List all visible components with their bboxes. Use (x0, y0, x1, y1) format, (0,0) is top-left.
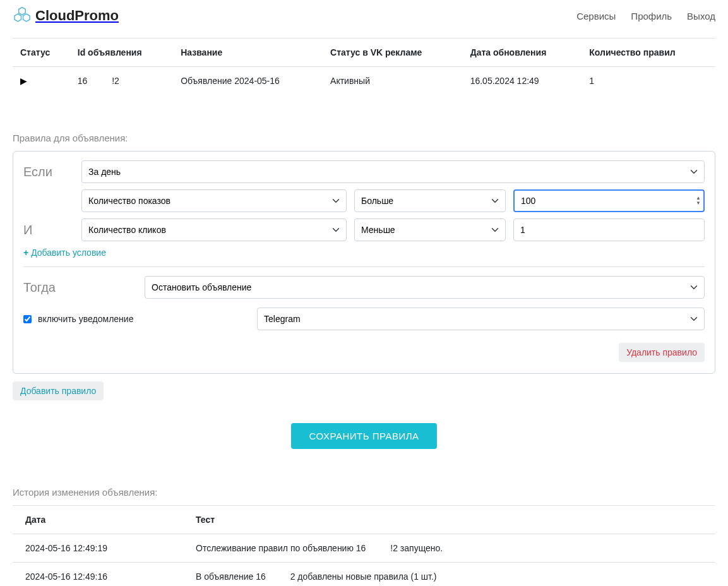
nav-logout[interactable]: Выход (687, 11, 715, 21)
add-condition-link[interactable]: + Добавить условие (23, 248, 106, 258)
plus-icon: + (23, 248, 28, 258)
navbar: CloudPromo Сервисы Профиль Выход (0, 0, 728, 32)
spinner-icon[interactable]: ▲▼ (696, 196, 701, 206)
col-updated: Дата обновления (464, 39, 583, 67)
metric-select-1[interactable]: Количество кликов (81, 218, 347, 241)
cell-vk-status: Активный (324, 67, 464, 95)
nav-links: Сервисы Профиль Выход (576, 11, 715, 21)
table-row: ▶ 16 !2 Объявление 2024-05-16 Активный 1… (13, 67, 715, 95)
history-row: 2024-05-16 12:49:16 В объявление 16 2 до… (13, 563, 715, 587)
op-select-0[interactable]: Больше (354, 189, 506, 212)
add-condition-text: Добавить условие (31, 248, 106, 258)
nav-services[interactable]: Сервисы (576, 11, 616, 21)
svg-marker-2 (23, 14, 30, 21)
nav-profile[interactable]: Профиль (631, 11, 672, 21)
rule-box: Если За день Количество показов Больше ▲… (13, 151, 715, 374)
col-status: Статус (13, 39, 71, 67)
brand-logo[interactable]: CloudPromo (13, 6, 119, 25)
play-icon[interactable]: ▶ (20, 76, 27, 86)
history-text: Отслеживание правил по объявлению 16 !2 … (183, 534, 715, 563)
value-input-0[interactable] (513, 189, 705, 212)
save-rules-button[interactable]: СОХРАНИТЬ ПРАВИЛА (291, 423, 436, 449)
cell-name: Объявление 2024-05-16 (174, 67, 324, 95)
notify-checkbox[interactable] (23, 315, 32, 323)
period-select[interactable]: За день (81, 160, 705, 183)
history-col-date: Дата (13, 506, 183, 534)
cell-rules-count: 1 (583, 67, 715, 95)
ads-table: Статус Id объявления Название Статус в V… (13, 38, 715, 95)
history-text: В объявление 16 2 добавлены новые правил… (183, 563, 715, 587)
svg-marker-0 (19, 8, 26, 15)
op-select-1[interactable]: Меньше (354, 218, 506, 241)
condition-row-1: И Количество кликов Меньше (23, 218, 705, 241)
delete-rule-button[interactable]: Удалить правило (619, 343, 705, 362)
rules-section-title: Правила для объявления: (13, 133, 715, 143)
cell-updated: 16.05.2024 12:49 (464, 67, 583, 95)
metric-select-0[interactable]: Количество показов (81, 189, 347, 212)
history-date: 2024-05-16 12:49:16 (13, 563, 183, 587)
history-title: История изменения объявления: (13, 487, 715, 498)
history-table: Дата Тест 2024-05-16 12:49:19 Отслеживан… (13, 505, 715, 586)
history-row: 2024-05-16 12:49:19 Отслеживание правил … (13, 534, 715, 563)
add-rule-button[interactable]: Добавить правило (13, 381, 104, 400)
notify-channel-select[interactable]: Telegram (257, 308, 705, 330)
col-name: Название (174, 39, 324, 67)
cell-ad-id: 16 !2 (71, 67, 174, 95)
history-col-text: Тест (183, 506, 715, 534)
divider (23, 266, 705, 267)
col-vk-status: Статус в VK рекламе (324, 39, 464, 67)
condition-row-0: Количество показов Больше ▲▼ (23, 189, 705, 212)
and-label: И (23, 223, 74, 237)
action-select[interactable]: Остановить объявление (145, 276, 705, 299)
value-input-1[interactable] (513, 218, 705, 241)
col-rules-count: Количество правил (583, 39, 715, 67)
notify-label: включить уведомление (38, 314, 133, 324)
if-label: Если (23, 165, 74, 179)
history-date: 2024-05-16 12:49:19 (13, 534, 183, 563)
then-label: Тогда (23, 280, 137, 295)
cloud-hex-icon (13, 6, 32, 25)
brand-text: CloudPromo (35, 8, 119, 24)
svg-marker-1 (15, 14, 21, 21)
col-ad-id: Id объявления (71, 39, 174, 67)
